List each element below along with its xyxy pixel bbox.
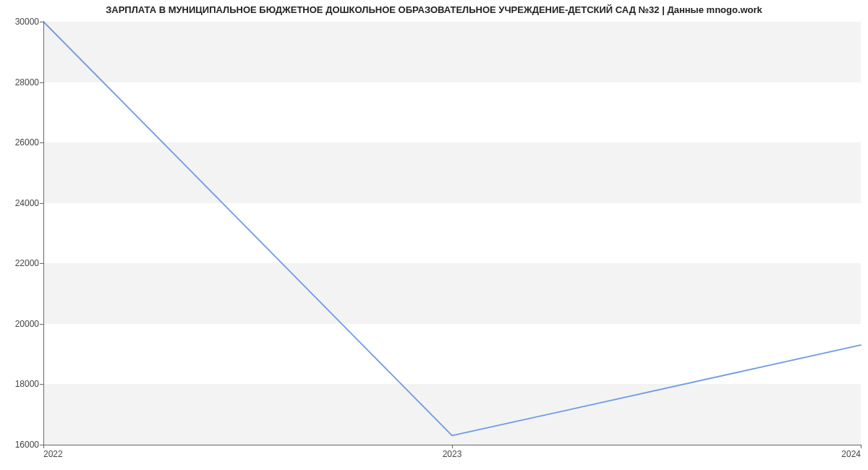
y-tick-mark — [40, 384, 43, 385]
x-tick-mark — [861, 445, 861, 448]
chart-title: ЗАРПЛАТА В МУНИЦИПАЛЬНОЕ БЮДЖЕТНОЕ ДОШКО… — [0, 4, 868, 15]
line-layer — [43, 22, 861, 445]
y-tick-mark — [40, 22, 43, 22]
x-tick-label: 2022 — [43, 445, 63, 459]
y-tick-mark — [40, 263, 43, 264]
y-axis — [43, 22, 44, 445]
x-tick-label: 2024 — [841, 445, 861, 459]
y-tick-mark — [40, 203, 43, 204]
chart-container: ЗАРПЛАТА В МУНИЦИПАЛЬНОЕ БЮДЖЕТНОЕ ДОШКО… — [0, 0, 868, 470]
y-tick-mark — [40, 142, 43, 143]
y-tick-mark — [40, 82, 43, 83]
x-tick-mark — [43, 445, 44, 448]
plot-area: 1600018000200002200024000260002800030000… — [43, 22, 861, 445]
y-tick-mark — [40, 324, 43, 325]
x-tick-mark — [452, 445, 453, 448]
data-line — [43, 22, 861, 435]
